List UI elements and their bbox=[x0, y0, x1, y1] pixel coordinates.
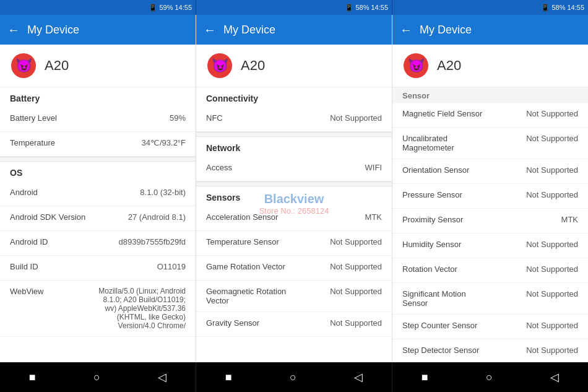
label-sensor-1: Uncalibrated Magnetometer bbox=[402, 134, 490, 152]
value-android-id: d8939b7555fb29fd bbox=[98, 237, 186, 246]
row-sensor-6: Rotation Vector Not Supported bbox=[392, 258, 588, 283]
label-temperature: Temperature bbox=[10, 138, 98, 147]
separator-2 bbox=[196, 132, 392, 137]
value-game-rotation: Not Supported bbox=[294, 262, 382, 271]
label-sensor-2: Orientation Sensor bbox=[402, 165, 490, 175]
value-acceleration: MTK bbox=[294, 212, 382, 222]
row-sensor-4: Proximity Sensor MTK bbox=[392, 209, 588, 233]
section-battery-header: Battery bbox=[0, 87, 196, 107]
nav-back-3[interactable]: ◁ bbox=[550, 370, 559, 384]
label-access: Access bbox=[206, 163, 294, 172]
separator-3 bbox=[196, 181, 392, 186]
back-button-1[interactable]: ← bbox=[7, 23, 20, 37]
status-time-1: 14:55 bbox=[175, 4, 192, 11]
label-android-id: Android ID bbox=[10, 237, 98, 246]
value-sensor-6: Not Supported bbox=[490, 264, 578, 274]
value-sensor-2: Not Supported bbox=[490, 165, 578, 175]
status-time-3: 14:55 bbox=[567, 4, 584, 11]
nav-circle-1[interactable]: ○ bbox=[93, 371, 100, 384]
nav-square-2[interactable]: ■ bbox=[225, 371, 232, 384]
device-header-1: 😈 A20 bbox=[0, 45, 196, 87]
value-sensor-5: Not Supported bbox=[490, 240, 578, 249]
value-android: 8.1.0 (32-bit) bbox=[98, 188, 186, 197]
row-sensor-7: Significant Motion Sensor Not Supported bbox=[392, 283, 588, 315]
device-icon-1: 😈 bbox=[10, 52, 37, 79]
row-game-rotation: Game Rotation Vector Not Supported bbox=[196, 256, 392, 281]
status-battery-pct-2: 58% bbox=[355, 4, 369, 11]
value-sensor-9: Not Supported bbox=[490, 346, 578, 355]
label-sensor-4: Proximity Sensor bbox=[402, 215, 490, 224]
device-icon-2: 😈 bbox=[206, 52, 233, 79]
nav-square-1[interactable]: ■ bbox=[29, 371, 36, 384]
back-button-3[interactable]: ← bbox=[400, 23, 412, 37]
toolbar-1: ← My Device bbox=[0, 15, 196, 45]
value-nfc: Not Supported bbox=[294, 113, 382, 123]
row-webview: WebView Mozilla/5.0 (Linux; Android 8.1.… bbox=[0, 281, 196, 337]
label-sensor-0: Magnetic Field Sensor bbox=[402, 109, 490, 118]
label-gravity: Gravity Sensor bbox=[206, 318, 294, 328]
panel-2-content: 😈 A20 Connectivity NFC Not Supported Net… bbox=[196, 45, 392, 362]
status-battery-2: 📱 bbox=[345, 4, 353, 12]
value-access: WIFI bbox=[294, 163, 382, 172]
device-name-2: A20 bbox=[241, 58, 265, 74]
device-header-3: 😈 A20 bbox=[392, 45, 588, 87]
label-sensor-3: Pressure Sensor bbox=[402, 190, 490, 199]
section-connectivity-header: Connectivity bbox=[196, 87, 392, 107]
svg-text:😈: 😈 bbox=[15, 57, 33, 74]
row-sensor-9: Step Detector Sensor Not Supported bbox=[392, 339, 588, 362]
row-sensor-3: Pressure Sensor Not Supported bbox=[392, 184, 588, 209]
value-sensor-8: Not Supported bbox=[490, 321, 578, 330]
nav-back-2[interactable]: ◁ bbox=[354, 370, 363, 384]
panel3-sensor-rows: Magnetic Field Sensor Not Supported Unca… bbox=[392, 103, 588, 362]
row-build-id: Build ID O11019 bbox=[0, 256, 196, 281]
row-gravity: Gravity Sensor Not Supported bbox=[196, 312, 392, 337]
row-sensor-8: Step Counter Sensor Not Supported bbox=[392, 315, 588, 339]
nav-square-3[interactable]: ■ bbox=[422, 371, 428, 384]
status-bar-1: 📱 59% 14:55 bbox=[0, 0, 196, 15]
label-geomagnetic-rotation: Geomagnetic Rotation Vector bbox=[206, 287, 294, 305]
svg-text:😈: 😈 bbox=[212, 57, 229, 74]
toolbar-title-2: My Device bbox=[223, 24, 275, 37]
panels-container: ← My Device 😈 A20 Battery Battery Level … bbox=[0, 15, 588, 362]
row-sensor-5: Humidity Sensor Not Supported bbox=[392, 233, 588, 258]
value-webview: Mozilla/5.0 (Linux; Android 8.1.0; A20 B… bbox=[98, 287, 186, 330]
panel-2: ← My Device 😈 A20 Connectivity NFC Not S… bbox=[196, 15, 392, 362]
status-icons-2: 📱 58% 14:55 bbox=[345, 4, 388, 12]
toolbar-title-1: My Device bbox=[27, 24, 79, 37]
label-build-id: Build ID bbox=[10, 262, 98, 271]
row-android-id: Android ID d8939b7555fb29fd bbox=[0, 231, 196, 256]
nav-circle-3[interactable]: ○ bbox=[486, 371, 493, 384]
panel-3-content: 😈 A20 Sensor Magnetic Field Sensor Not S… bbox=[392, 45, 588, 362]
value-sensor-3: Not Supported bbox=[490, 190, 578, 199]
nav-section-2: ■ ○ ◁ bbox=[196, 362, 392, 392]
label-sensor-9: Step Detector Sensor bbox=[402, 346, 490, 355]
value-gravity: Not Supported bbox=[294, 318, 382, 328]
label-nfc: NFC bbox=[206, 113, 294, 123]
label-webview: WebView bbox=[10, 287, 98, 296]
row-sensor-2: Orientation Sensor Not Supported bbox=[392, 159, 588, 184]
value-sensor-0: Not Supported bbox=[490, 109, 578, 118]
row-temperature: Temperature 34℃/93.2°F bbox=[0, 132, 196, 157]
status-time-2: 14:55 bbox=[371, 4, 388, 11]
row-acceleration: Acceleration Sensor MTK bbox=[196, 206, 392, 231]
nav-circle-2[interactable]: ○ bbox=[290, 371, 296, 384]
separator-1 bbox=[0, 157, 196, 162]
panel-1: ← My Device 😈 A20 Battery Battery Level … bbox=[0, 15, 196, 362]
section-network-header: Network bbox=[196, 137, 392, 157]
value-sensor-4: MTK bbox=[490, 215, 578, 224]
toolbar-title-3: My Device bbox=[420, 24, 472, 37]
status-battery-pct-3: 58% bbox=[551, 4, 565, 11]
value-temp-sensor: Not Supported bbox=[294, 237, 382, 246]
nav-back-1[interactable]: ◁ bbox=[158, 370, 166, 384]
back-button-2[interactable]: ← bbox=[204, 23, 216, 37]
label-sensor-7: Significant Motion Sensor bbox=[402, 289, 490, 308]
label-android: Android bbox=[10, 188, 98, 197]
section-sensors-header: Sensors bbox=[196, 186, 392, 206]
label-battery-level: Battery Level bbox=[10, 113, 98, 123]
toolbar-2: ← My Device bbox=[196, 15, 392, 45]
row-sensor-1: Uncalibrated Magnetometer Not Supported bbox=[392, 128, 588, 159]
status-bar-3: 📱 58% 14:55 bbox=[392, 0, 588, 15]
row-nfc: NFC Not Supported bbox=[196, 107, 392, 132]
device-header-2: 😈 A20 bbox=[196, 45, 392, 87]
status-bar-2: 📱 58% 14:55 bbox=[196, 0, 392, 15]
